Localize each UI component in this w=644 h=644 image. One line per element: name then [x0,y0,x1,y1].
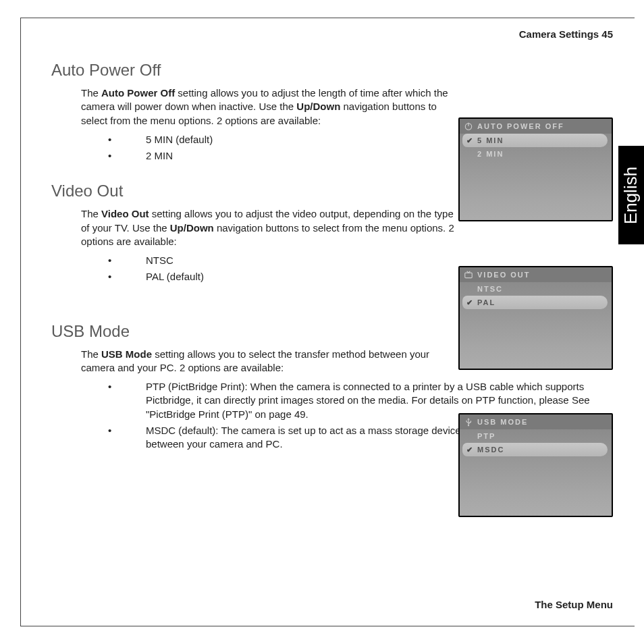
bold-term: Up/Down [170,222,214,234]
menu-item-label: MSDC [477,446,504,454]
menu-preview-usb-mode: USB MODE ✔ PTP ✔ MSDC [458,413,613,517]
bold-term: USB Mode [101,348,152,360]
check-icon: ✔ [465,446,473,454]
menu-item-label: PTP [477,432,495,440]
menu-item-label: NTSC [477,285,503,293]
text: The [81,348,101,360]
svg-rect-2 [465,273,473,278]
text: The [81,208,101,219]
tv-icon [464,270,473,279]
paragraph-usb-mode: The USB Mode setting allows you to selec… [81,348,446,375]
term: PTP (PictBridge Print): [146,381,250,392]
menu-preview-auto-power-off: AUTO POWER OFF ✔ 5 MIN ✔ 2 MIN [458,117,613,221]
menu-item: ✔ PTP [460,429,612,443]
menu-title: AUTO POWER OFF [477,122,564,130]
usb-icon [464,417,473,427]
text: The [81,87,101,99]
term: MSDC (default): [146,425,221,436]
menu-preview-video-out: VIDEO OUT ✔ NTSC ✔ PAL [458,266,613,370]
menu-header: VIDEO OUT [460,267,612,282]
menu-item: ✔ MSDC [462,443,608,456]
bold-term: Auto Power Off [101,87,175,99]
language-tab-label: English [621,166,642,223]
check-icon: ✔ [465,136,473,145]
menu-item-label: 2 MIN [477,150,504,158]
menu-header: AUTO POWER OFF [460,119,612,134]
language-tab: English [618,146,644,244]
menu-item: ✔ 5 MIN [462,134,608,147]
paragraph-auto-power-off: The Auto Power Off setting allows you to… [81,86,456,128]
menu-item: ✔ PAL [462,296,608,309]
page-header: Camera Settings 45 [519,28,613,40]
menu-header: USB MODE [460,414,612,429]
menu-item-label: PAL [477,298,495,306]
menu-item: ✔ 2 MIN [460,147,612,161]
menu-title: VIDEO OUT [477,271,531,279]
power-icon [464,122,473,131]
bold-term: Video Out [101,208,149,219]
check-icon: ✔ [465,298,473,307]
paragraph-video-out: The Video Out setting allows you to adju… [81,207,456,248]
bold-term: Up/Down [296,101,340,112]
menu-item: ✔ NTSC [460,282,612,296]
section-title-auto-power-off: Auto Power Off [51,61,625,80]
menu-item-label: 5 MIN [477,136,504,144]
menu-title: USB MODE [477,418,528,426]
page-footer: The Setup Menu [535,599,613,610]
